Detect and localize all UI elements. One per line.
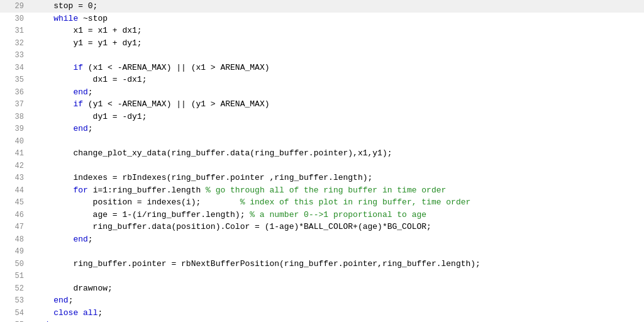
code-line: 54 close all; xyxy=(0,307,644,319)
code-line: 32 y1 = y1 + dy1; xyxy=(0,37,644,50)
token: y1 = y1 + dy1; xyxy=(34,38,142,48)
line-number: 32 xyxy=(5,38,24,49)
token: stop = 0; xyxy=(34,1,97,11)
token: ~stop xyxy=(78,14,108,23)
line-number: 55 xyxy=(5,319,24,322)
line-content: age = 1-(i/ring_buffer.length); % a numb… xyxy=(34,209,639,221)
line-content: if (y1 < -ARENA_MAX) || (y1 > ARENA_MAX) xyxy=(34,98,639,111)
code-line: 46 age = 1-(i/ring_buffer.length); % a n… xyxy=(0,209,644,221)
code-line: 48 end; xyxy=(0,233,644,246)
line-number: 53 xyxy=(5,295,24,306)
code-line: 42 xyxy=(0,160,644,172)
line-number: 47 xyxy=(5,221,24,233)
token: % index of this plot in ring buffer, tim… xyxy=(240,197,471,207)
line-number: 37 xyxy=(5,99,24,110)
token: change_plot_xy_data(ring_buffer.data(rin… xyxy=(34,148,392,158)
token: i=1:ring_buffer.length xyxy=(88,186,206,195)
line-content: ring_buffer.pointer = rbNextBufferPositi… xyxy=(34,258,639,270)
token: if xyxy=(73,99,83,109)
token: (y1 < -ARENA_MAX) || (y1 > ARENA_MAX) xyxy=(83,99,269,109)
line-number: 33 xyxy=(5,50,24,61)
line-number: 54 xyxy=(5,308,24,319)
line-number: 34 xyxy=(5,62,24,74)
token: end xyxy=(53,296,68,305)
line-content: x1 = x1 + dx1; xyxy=(34,25,639,37)
token xyxy=(34,296,53,305)
line-number: 29 xyxy=(5,1,24,12)
token xyxy=(34,235,73,244)
line-number: 31 xyxy=(5,25,24,36)
line-content: for i=1:ring_buffer.length % go through … xyxy=(34,184,639,197)
line-content: dy1 = -dy1; xyxy=(34,111,639,123)
token: drawnow; xyxy=(34,284,113,293)
line-content: drawnow; xyxy=(34,282,639,295)
line-number: 51 xyxy=(5,270,24,282)
line-content: y1 = y1 + dy1; xyxy=(34,37,639,50)
token: x1 = x1 + dx1; xyxy=(34,26,142,35)
line-number: 40 xyxy=(5,136,24,147)
token: indexes = rbIndexes(ring_buffer.pointer … xyxy=(34,173,372,182)
line-number: 43 xyxy=(5,172,24,184)
line-content: end; xyxy=(34,86,639,99)
token: end xyxy=(73,87,87,97)
code-line: 38 dy1 = -dy1; xyxy=(0,111,644,123)
line-number: 45 xyxy=(5,197,24,208)
code-line: 33 xyxy=(0,49,644,62)
token: ; xyxy=(69,296,74,305)
token xyxy=(34,308,53,318)
code-line: 37 if (y1 < -ARENA_MAX) || (y1 > ARENA_M… xyxy=(0,98,644,111)
line-number: 30 xyxy=(5,13,24,25)
line-content xyxy=(34,245,639,258)
code-line: 53 end; xyxy=(0,294,644,307)
token xyxy=(34,87,73,97)
code-line: 44 for i=1:ring_buffer.length % go throu… xyxy=(0,184,644,197)
token xyxy=(34,186,73,195)
token: % go through all of the ring buffer in t… xyxy=(206,186,446,195)
line-content: if (x1 < -ARENA_MAX) || (x1 > ARENA_MAX) xyxy=(34,62,639,74)
token xyxy=(34,63,73,72)
token: ; xyxy=(88,124,93,133)
code-line: 55end xyxy=(0,319,644,322)
line-number: 35 xyxy=(5,74,24,86)
code-line: 41 change_plot_xy_data(ring_buffer.data(… xyxy=(0,147,644,160)
code-line: 35 dx1 = -dx1; xyxy=(0,74,644,86)
code-line: 50 ring_buffer.pointer = rbNextBufferPos… xyxy=(0,258,644,270)
code-line: 49 xyxy=(0,245,644,258)
line-number: 36 xyxy=(5,87,24,98)
code-line: 45 position = indexes(i); % index of thi… xyxy=(0,196,644,209)
line-content: end; xyxy=(34,294,639,307)
line-content: close all; xyxy=(34,307,639,319)
token xyxy=(34,14,53,23)
code-line: 51 xyxy=(0,270,644,282)
code-line: 36 end; xyxy=(0,86,644,99)
code-line: 39 end; xyxy=(0,123,644,135)
token: age = 1-(i/ring_buffer.length); xyxy=(34,210,250,219)
code-line: 30 while ~stop xyxy=(0,13,644,25)
token xyxy=(34,124,73,133)
token: close xyxy=(53,308,78,318)
token xyxy=(78,308,83,318)
token: % a number 0-->1 proportional to age xyxy=(250,210,426,219)
code-line: 31 x1 = x1 + dx1; xyxy=(0,25,644,37)
token: while xyxy=(53,14,78,23)
token: ; xyxy=(88,235,93,244)
line-content xyxy=(34,135,639,148)
line-content: stop = 0; xyxy=(34,0,639,13)
line-number: 39 xyxy=(5,123,24,135)
token: ring_buffer.data(position).Color = (1-ag… xyxy=(34,222,431,231)
line-number: 38 xyxy=(5,111,24,123)
line-number: 44 xyxy=(5,185,24,196)
line-number: 41 xyxy=(5,148,24,159)
code-line: 40 xyxy=(0,135,644,148)
code-line: 34 if (x1 < -ARENA_MAX) || (x1 > ARENA_M… xyxy=(0,62,644,74)
line-number: 52 xyxy=(5,283,24,294)
code-line: 43 indexes = rbIndexes(ring_buffer.point… xyxy=(0,172,644,184)
line-content xyxy=(34,160,639,172)
token: for xyxy=(73,186,87,195)
token: dx1 = -dx1; xyxy=(34,75,147,84)
token: end xyxy=(73,235,87,244)
line-number: 48 xyxy=(5,234,24,245)
token: end xyxy=(73,124,87,133)
token: position = indexes(i); xyxy=(34,197,240,207)
line-content: end; xyxy=(34,123,639,135)
